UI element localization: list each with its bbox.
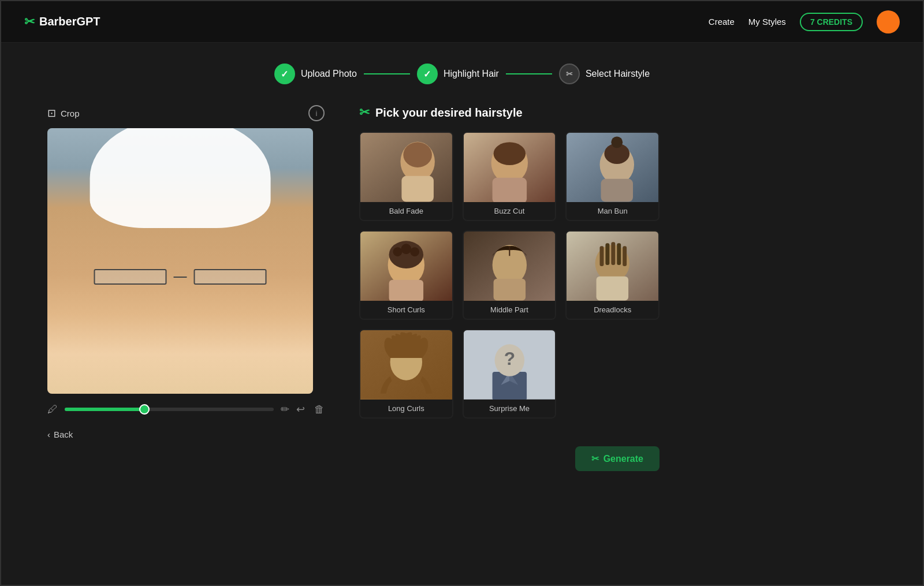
svg-point-11: [612, 136, 623, 148]
style-image-buzz-cut: [464, 133, 556, 202]
bald-fade-svg: [360, 133, 452, 202]
svg-rect-27: [606, 243, 610, 265]
hair-mask-overlay: [90, 128, 271, 228]
surprise-svg: ?: [464, 330, 556, 400]
step-select: ✂ Select Hairstyle: [559, 64, 650, 84]
crop-button[interactable]: ⊡ Crop: [47, 107, 80, 120]
back-button[interactable]: ‹ Back: [47, 430, 325, 439]
generate-label: Generate: [603, 454, 643, 464]
svg-point-17: [401, 244, 411, 254]
style-card-short-curls[interactable]: Short Curls: [359, 230, 453, 320]
step-circle-upload: ✓: [274, 64, 295, 84]
style-label-middle-part: Middle Part: [464, 301, 556, 319]
middle-part-svg: [464, 232, 556, 301]
style-card-surprise-me[interactable]: ? Surprise Me: [463, 329, 557, 419]
brush-size-slider[interactable]: [65, 408, 274, 411]
svg-rect-29: [617, 243, 621, 265]
style-label-surprise-me: Surprise Me: [464, 400, 556, 417]
left-panel: ⊡ Crop i 🖊: [47, 100, 325, 586]
style-card-buzz-cut[interactable]: Buzz Cut: [463, 132, 557, 221]
svg-rect-31: [597, 277, 629, 301]
style-image-bald-fade: [360, 133, 452, 202]
svg-point-6: [493, 142, 526, 165]
credits-button[interactable]: 7 CREDITS: [800, 13, 863, 31]
step-highlight: ✓ Highlight Hair: [417, 64, 499, 84]
panel-toolbar: ⊡ Crop i: [47, 100, 325, 128]
info-button[interactable]: i: [308, 105, 325, 121]
step-label-upload: Upload Photo: [301, 69, 357, 79]
svg-rect-19: [389, 280, 423, 301]
svg-rect-3: [401, 176, 434, 202]
short-curls-svg: [360, 232, 452, 301]
crop-label: Crop: [61, 109, 80, 118]
style-label-buzz-cut: Buzz Cut: [464, 202, 556, 220]
style-card-long-curls[interactable]: Long Curls: [359, 329, 453, 419]
generate-icon: ✂: [591, 453, 599, 464]
style-image-dreadlocks: [567, 232, 658, 301]
style-label-dreadlocks: Dreadlocks: [567, 301, 658, 319]
style-image-long-curls: [360, 330, 452, 400]
long-curls-svg: [360, 330, 452, 400]
right-panel: ✂ Pick your desired hairstyle Bald Fade: [359, 100, 877, 586]
step-label-highlight: Highlight Hair: [444, 69, 499, 79]
style-label-long-curls: Long Curls: [360, 400, 452, 417]
my-styles-nav-link[interactable]: My Styles: [748, 17, 786, 27]
stepper: ✓ Upload Photo ✓ Highlight Hair ✂ Select…: [1, 43, 923, 100]
style-image-short-curls: [360, 232, 452, 301]
back-label: Back: [54, 430, 73, 439]
style-label-bald-fade: Bald Fade: [360, 202, 452, 220]
slider-fill: [65, 408, 144, 411]
style-label-man-bun: Man Bun: [567, 202, 658, 220]
delete-button[interactable]: 🗑: [314, 404, 325, 416]
style-card-middle-part[interactable]: Middle Part: [463, 230, 557, 320]
style-image-middle-part: [464, 232, 556, 301]
slider-thumb[interactable]: [139, 404, 150, 415]
style-label-short-curls: Short Curls: [360, 301, 452, 319]
main-content: ⊡ Crop i 🖊: [1, 100, 923, 586]
generate-button[interactable]: ✂ Generate: [575, 446, 660, 471]
pick-title: ✂ Pick your desired hairstyle: [359, 105, 877, 120]
info-icon: i: [316, 109, 318, 118]
styles-grid: Bald Fade Buzz Cut: [359, 132, 660, 419]
scissors-title-icon: ✂: [359, 105, 370, 120]
action-icons: ↩ 🗑: [296, 403, 325, 416]
svg-rect-7: [492, 178, 527, 202]
step-label-select: Select Hairstyle: [586, 69, 650, 79]
style-card-man-bun[interactable]: Man Bun: [565, 132, 660, 221]
buzz-cut-svg: [464, 133, 556, 202]
logo: ✂ BarberGPT: [24, 14, 100, 29]
svg-rect-26: [600, 246, 604, 266]
style-image-man-bun: [567, 133, 658, 202]
generate-button-container: ✂ Generate: [359, 432, 660, 471]
step-circle-select: ✂: [559, 64, 580, 84]
connector-1: [364, 73, 410, 74]
undo-button[interactable]: ↩: [296, 403, 305, 416]
man-bun-svg: [567, 133, 658, 202]
create-nav-link[interactable]: Create: [709, 17, 735, 27]
photo-container: [47, 128, 313, 394]
svg-point-18: [410, 247, 419, 256]
slider-row: 🖊 ✏ ↩ 🗑: [47, 394, 325, 420]
style-card-dreadlocks[interactable]: Dreadlocks: [565, 230, 660, 320]
crop-icon: ⊡: [47, 107, 56, 120]
svg-rect-28: [612, 242, 616, 265]
brush-small-icon[interactable]: 🖊: [47, 404, 58, 416]
pick-title-text: Pick your desired hairstyle: [375, 106, 523, 120]
scissors-icon: ✂: [24, 14, 35, 29]
back-chevron-icon: ‹: [47, 430, 50, 439]
glasses-overlay: [94, 269, 267, 285]
svg-point-2: [403, 142, 432, 167]
brush-large-icon[interactable]: ✏: [281, 403, 289, 416]
connector-2: [506, 73, 552, 74]
svg-text:?: ?: [504, 348, 515, 369]
app-name: BarberGPT: [39, 15, 100, 28]
svg-point-16: [393, 247, 403, 256]
step-upload: ✓ Upload Photo: [274, 64, 357, 84]
style-image-surprise-me: ?: [464, 330, 556, 400]
svg-rect-12: [601, 179, 634, 202]
step-circle-highlight: ✓: [417, 64, 438, 84]
avatar[interactable]: [877, 10, 900, 33]
header: ✂ BarberGPT Create My Styles 7 CREDITS: [1, 1, 923, 43]
header-nav: Create My Styles 7 CREDITS: [709, 10, 900, 33]
style-card-bald-fade[interactable]: Bald Fade: [359, 132, 453, 221]
